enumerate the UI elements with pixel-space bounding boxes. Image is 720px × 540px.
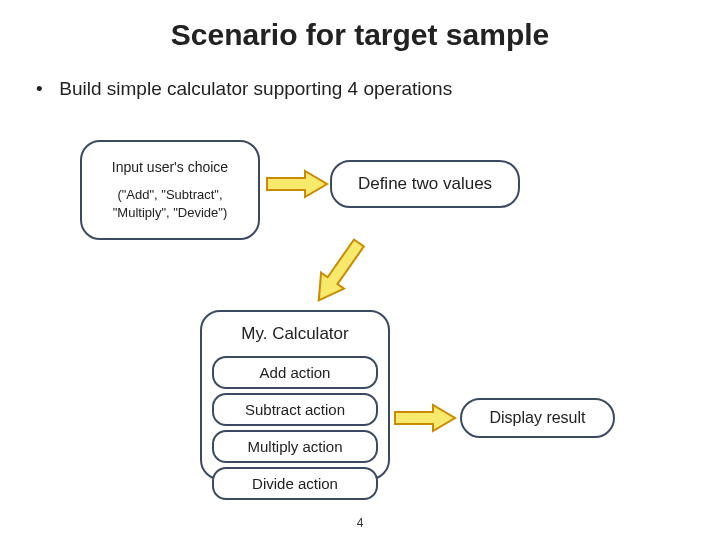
arrow-right-result-icon [393,403,458,433]
action-add: Add action [212,356,378,389]
input-line2: ("Add", "Subtract", "Multiply", "Devide"… [92,186,248,222]
svg-marker-2 [395,405,455,431]
input-line1: Input user's choice [92,158,248,178]
arrow-right-icon [265,169,330,199]
slide: Scenario for target sample • Build simpl… [0,0,720,540]
action-multiply: Multiply action [212,430,378,463]
box-define-values: Define two values [330,160,520,208]
svg-marker-1 [315,235,365,308]
calculator-header: My. Calculator [202,312,388,352]
box-input-choice: Input user's choice ("Add", "Subtract", … [80,140,260,240]
display-text: Display result [489,407,585,429]
page-title: Scenario for target sample [0,18,720,52]
bullet-text: Build simple calculator supporting 4 ope… [59,78,452,99]
action-divide: Divide action [212,467,378,500]
box-display-result: Display result [460,398,615,438]
page-number: 4 [0,516,720,530]
action-subtract: Subtract action [212,393,378,426]
define-text: Define two values [358,172,492,196]
box-calculator: My. Calculator Add action Subtract actio… [200,310,390,480]
svg-marker-0 [267,171,327,197]
bullet-line: • Build simple calculator supporting 4 o… [36,78,452,100]
arrow-down-diagonal-icon [315,230,365,310]
bullet-marker: • [36,78,54,100]
